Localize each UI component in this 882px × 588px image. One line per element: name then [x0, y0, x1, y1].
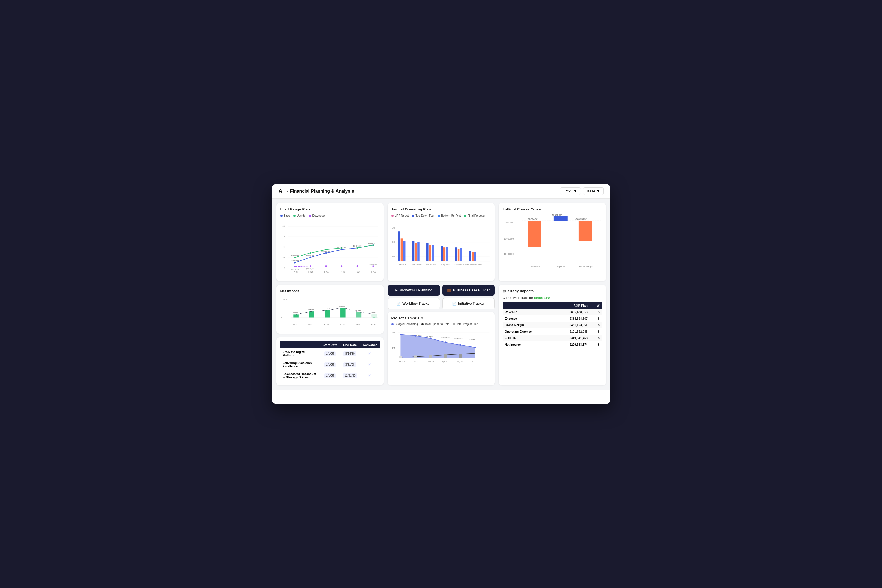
svg-rect-67: [472, 252, 474, 261]
svg-text:FY29: FY29: [355, 324, 360, 326]
back-nav[interactable]: ‹ Financial Planning & Analysis: [287, 189, 354, 194]
svg-point-25: [341, 265, 343, 267]
init-col-name: [280, 341, 320, 348]
kickoff-bu-planning-button[interactable]: ► Kickoff BU Planning: [388, 285, 440, 296]
svg-rect-62: [446, 247, 448, 261]
svg-text:-15000000: -15000000: [503, 253, 514, 255]
qi-row-w: $: [590, 341, 602, 348]
svg-point-117: [400, 334, 401, 336]
svg-text:Expansion Tanks: Expansion Tanks: [453, 264, 467, 266]
svg-text:FY30: FY30: [371, 324, 376, 326]
qi-row-w: $: [590, 309, 602, 315]
svg-point-120: [445, 341, 446, 343]
legend-final: Final Forecast: [464, 214, 485, 217]
qi-row-w: $: [590, 335, 602, 341]
lrp-card: Load Range Plan Base Upside Downside 8M: [276, 203, 383, 281]
project-cambria-legend: Budget Remaining Total Spend to Date Tot…: [391, 322, 491, 326]
init-col-end: End Date: [340, 341, 360, 348]
svg-rect-60: [440, 246, 443, 261]
btn-grid: ► Kickoff BU Planning 💼 Business Case Bu…: [388, 285, 495, 309]
qi-table-row: Operating Expense $101,622,083 $: [503, 328, 602, 335]
aop-card: Annual Operating Plan LRP Target Top-Dow…: [388, 203, 495, 281]
fy-selector[interactable]: FY25 ▼: [560, 188, 581, 195]
ni-card: Net Impact 1000000 0 88,900 137,650 171,…: [276, 285, 383, 333]
project-cambria-card: Project Cambria ▼ Budget Remaining Total…: [388, 312, 495, 385]
svg-text:Jan 25: Jan 25: [398, 360, 404, 362]
svg-text:1000000: 1000000: [281, 298, 288, 300]
svg-text:$4,437,069: $4,437,069: [291, 260, 299, 261]
svg-text:Apr 25: Apr 25: [442, 360, 448, 363]
initiative-activate[interactable]: ☑: [360, 348, 379, 359]
svg-text:Pump Tanks: Pump Tanks: [440, 264, 450, 266]
svg-rect-58: [429, 245, 431, 261]
svg-point-119: [430, 338, 431, 339]
svg-text:$4,302,236: $4,302,236: [291, 268, 299, 270]
header: A ‹ Financial Planning & Analysis FY25 ▼…: [272, 184, 610, 199]
svg-text:May 25: May 25: [457, 360, 463, 363]
svg-text:8M: 8M: [282, 225, 285, 227]
svg-point-16: [294, 257, 296, 258]
svg-rect-66: [469, 251, 471, 261]
svg-rect-125: [429, 355, 432, 358]
svg-rect-55: [415, 243, 417, 261]
project-cambria-dropdown-icon[interactable]: ▼: [421, 316, 423, 320]
qi-subtitle: Currently on-track for target EPS: [503, 296, 602, 299]
svg-point-118: [415, 335, 416, 337]
initiative-icon: 📄: [452, 302, 457, 306]
legend-total-project: Total Project Plan: [453, 322, 478, 326]
initiative-tracker-button[interactable]: 📄 Initiative Tracker: [442, 298, 495, 309]
aop-chart: 3M 2M 1M: [391, 219, 491, 273]
aop-legend: LRP Target Top-Down Fcst Bottom-Up Fcst …: [391, 214, 491, 217]
business-case-builder-button[interactable]: 💼 Business Case Builder: [442, 285, 495, 296]
briefcase-icon: 💼: [447, 288, 451, 292]
initiative-start: 1/1/25: [320, 348, 340, 359]
svg-text:2M: 2M: [392, 241, 395, 243]
project-cambria-title: Project Cambria: [391, 316, 420, 320]
svg-text:Expense: Expense: [557, 265, 565, 268]
workflow-tracker-button[interactable]: 📄 Workflow Tracker: [388, 298, 440, 309]
svg-rect-127: [459, 354, 462, 358]
qi-table-row: EBITDA $349,541,468 $: [503, 335, 602, 341]
svg-rect-64: [457, 249, 460, 261]
icc-chart: -5000000 -10000000 -15000000 ($8,354,881…: [503, 214, 602, 271]
initiatives-card: Start Date End Date Activate? Grow the D…: [276, 338, 383, 385]
initiative-table-row: Grow the Digital Platform 1/1/25 8/14/30…: [280, 348, 380, 359]
svg-rect-79: [527, 221, 541, 247]
initiative-start: 1/1/25: [320, 359, 340, 370]
svg-text:137,650: 137,650: [308, 309, 314, 310]
qi-row-aop: $384,324,507: [553, 315, 590, 322]
base-selector[interactable]: Base ▼: [583, 188, 604, 195]
qi-table-row: Expense $384,324,507 $: [503, 315, 602, 322]
svg-text:Replacement Parts: Replacement Parts: [467, 264, 481, 266]
svg-text:1M: 1M: [392, 255, 395, 257]
qi-title: Quarterly Impacts: [503, 289, 602, 293]
header-right: FY25 ▼ Base ▼: [560, 188, 603, 195]
svg-rect-65: [460, 248, 462, 261]
logo: A: [279, 188, 282, 194]
svg-text:FY28: FY28: [340, 324, 345, 326]
project-cambria-title-row: Project Cambria ▼: [391, 316, 491, 320]
svg-rect-124: [414, 355, 417, 358]
svg-rect-93: [293, 314, 299, 317]
header-left: A ‹ Financial Planning & Analysis: [279, 188, 354, 194]
initiative-name: Grow the Digital Platform: [280, 348, 320, 359]
ni-chart: 1000000 0 88,900 137,650 171,901 226,829…: [280, 296, 380, 328]
qi-row-aop: $101,622,083: [553, 328, 590, 335]
qi-table-row: Gross Margin $451,163,551 $: [503, 322, 602, 328]
qi-row-label: Revenue: [503, 309, 553, 315]
svg-rect-95: [309, 312, 314, 317]
svg-text:Gas Tankless: Gas Tankless: [412, 264, 422, 266]
svg-point-21: [372, 244, 374, 246]
svg-marker-116: [401, 334, 475, 358]
svg-text:FY26: FY26: [308, 271, 314, 273]
svg-point-13: [341, 249, 343, 250]
initiative-activate[interactable]: ☑: [360, 370, 379, 381]
qi-row-w: $: [590, 322, 602, 328]
initiative-activate[interactable]: ☑: [360, 359, 379, 370]
svg-rect-68: [474, 252, 476, 261]
svg-text:$1,921,623: $1,921,623: [552, 214, 562, 216]
qi-row-label: Operating Expense: [503, 328, 553, 335]
svg-text:1M: 1M: [392, 347, 395, 349]
initiative-start: 1/1/25: [320, 370, 340, 381]
svg-rect-81: [553, 216, 567, 221]
